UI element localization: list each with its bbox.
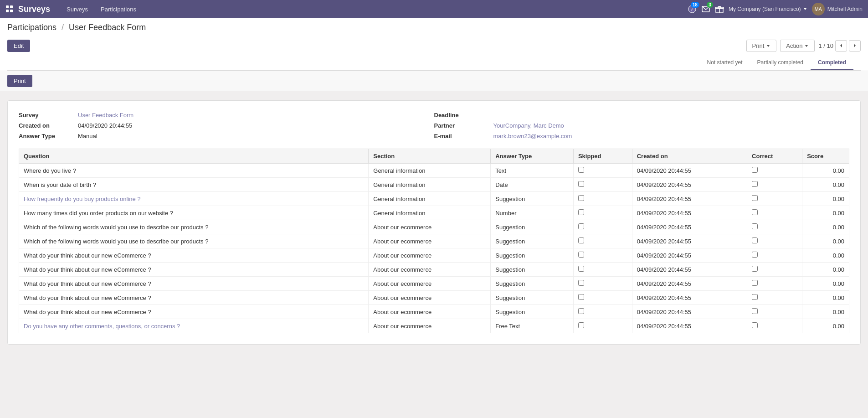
nav-surveys[interactable]: Surveys xyxy=(61,4,93,15)
partner-value[interactable]: YourCompany, Marc Demo xyxy=(493,122,564,129)
table-row[interactable]: Which of the following words would you u… xyxy=(19,220,849,234)
cell-question: Which of the following words would you u… xyxy=(19,220,369,234)
skipped-checkbox[interactable] xyxy=(578,322,584,328)
correct-checkbox[interactable] xyxy=(752,223,758,229)
correct-checkbox[interactable] xyxy=(752,280,758,286)
cell-created-on: 04/09/2020 20:44:55 xyxy=(632,220,747,234)
cell-correct[interactable] xyxy=(747,206,802,220)
cell-skipped[interactable] xyxy=(573,220,632,234)
table-row[interactable]: What do your think about our new eCommer… xyxy=(19,305,849,319)
cell-correct[interactable] xyxy=(747,178,802,192)
correct-checkbox[interactable] xyxy=(752,181,758,187)
correct-checkbox[interactable] xyxy=(752,209,758,215)
survey-value[interactable]: User Feedback Form xyxy=(78,112,134,119)
table-row[interactable]: How many times did you order products on… xyxy=(19,206,849,220)
table-row[interactable]: Which of the following words would you u… xyxy=(19,234,849,248)
company-selector[interactable]: My Company (San Francisco) xyxy=(729,6,807,12)
cell-skipped[interactable] xyxy=(573,248,632,263)
tab-partially-completed[interactable]: Partially completed xyxy=(750,56,811,70)
secondary-print-button[interactable]: Print xyxy=(7,75,32,87)
cell-score: 0.00 xyxy=(802,234,849,248)
cell-score: 0.00 xyxy=(802,305,849,319)
cell-skipped[interactable] xyxy=(573,234,632,248)
cell-skipped[interactable] xyxy=(573,192,632,206)
deadline-row: Deadline xyxy=(434,112,850,119)
skipped-checkbox[interactable] xyxy=(578,280,584,286)
messages-icon[interactable]: 3 xyxy=(701,5,710,14)
table-row[interactable]: What do your think about our new eCommer… xyxy=(19,291,849,305)
table-row[interactable]: What do your think about our new eCommer… xyxy=(19,277,849,291)
cell-correct[interactable] xyxy=(747,291,802,305)
cell-skipped[interactable] xyxy=(573,291,632,305)
correct-checkbox[interactable] xyxy=(752,294,758,300)
table-row[interactable]: Do you have any other comments, question… xyxy=(19,319,849,333)
cell-answer-type: Suggestion xyxy=(491,248,574,263)
cell-skipped[interactable] xyxy=(573,319,632,333)
next-page-button[interactable] xyxy=(849,40,861,52)
prev-page-button[interactable] xyxy=(835,40,847,52)
breadcrumb-parent[interactable]: Participations xyxy=(7,23,56,32)
tab-completed[interactable]: Completed xyxy=(811,56,853,70)
cell-skipped[interactable] xyxy=(573,206,632,220)
col-correct: Correct xyxy=(747,149,802,164)
correct-checkbox[interactable] xyxy=(752,266,758,272)
nav-participations[interactable]: Participations xyxy=(95,4,142,15)
skipped-checkbox[interactable] xyxy=(578,252,584,258)
cell-skipped[interactable] xyxy=(573,263,632,277)
cell-correct[interactable] xyxy=(747,305,802,319)
cell-correct[interactable] xyxy=(747,192,802,206)
cell-correct[interactable] xyxy=(747,234,802,248)
grid-menu-icon[interactable] xyxy=(5,5,14,13)
cell-skipped[interactable] xyxy=(573,305,632,319)
notifications-icon[interactable]: ✓ 18 xyxy=(688,5,697,14)
edit-button[interactable]: Edit xyxy=(7,40,30,52)
skipped-checkbox[interactable] xyxy=(578,237,584,243)
skipped-checkbox[interactable] xyxy=(578,167,584,173)
cell-correct[interactable] xyxy=(747,164,802,178)
print-button[interactable]: Print xyxy=(746,40,777,52)
tab-not-started[interactable]: Not started yet xyxy=(700,56,750,70)
cell-section: General information xyxy=(369,206,491,220)
question-link[interactable]: How frequently do you buy products onlin… xyxy=(24,196,141,202)
correct-checkbox[interactable] xyxy=(752,195,758,201)
correct-checkbox[interactable] xyxy=(752,167,758,173)
user-menu[interactable]: MA Mitchell Admin xyxy=(812,3,863,15)
skipped-checkbox[interactable] xyxy=(578,209,584,215)
correct-checkbox[interactable] xyxy=(752,322,758,328)
correct-checkbox[interactable] xyxy=(752,308,758,314)
messages-count: 3 xyxy=(707,2,713,8)
skipped-checkbox[interactable] xyxy=(578,181,584,187)
cell-skipped[interactable] xyxy=(573,277,632,291)
skipped-checkbox[interactable] xyxy=(578,308,584,314)
table-row[interactable]: Where do you live ?General informationTe… xyxy=(19,164,849,178)
cell-correct[interactable] xyxy=(747,263,802,277)
cell-created-on: 04/09/2020 20:44:55 xyxy=(632,164,747,178)
cell-answer-type: Free Text xyxy=(491,319,574,333)
answers-table: Question Section Answer Type Skipped Cre… xyxy=(19,149,849,333)
cell-correct[interactable] xyxy=(747,277,802,291)
svg-text:✓: ✓ xyxy=(690,7,694,12)
skipped-checkbox[interactable] xyxy=(578,266,584,272)
email-value[interactable]: mark.brown23@example.com xyxy=(493,133,572,139)
table-row[interactable]: How frequently do you buy products onlin… xyxy=(19,192,849,206)
cell-skipped[interactable] xyxy=(573,164,632,178)
skipped-checkbox[interactable] xyxy=(578,294,584,300)
cell-question: Do you have any other comments, question… xyxy=(19,319,369,333)
correct-checkbox[interactable] xyxy=(752,237,758,243)
cell-correct[interactable] xyxy=(747,220,802,234)
correct-checkbox[interactable] xyxy=(752,252,758,258)
skipped-checkbox[interactable] xyxy=(578,223,584,229)
cell-correct[interactable] xyxy=(747,248,802,263)
chevron-right-icon xyxy=(853,43,857,48)
gift-icon[interactable] xyxy=(715,5,724,14)
breadcrumb-current: User Feedback Form xyxy=(69,23,146,32)
skipped-checkbox[interactable] xyxy=(578,195,584,201)
cell-question: When is your date of birth ? xyxy=(19,178,369,192)
cell-skipped[interactable] xyxy=(573,178,632,192)
table-row[interactable]: What do your think about our new eCommer… xyxy=(19,263,849,277)
cell-correct[interactable] xyxy=(747,319,802,333)
table-row[interactable]: When is your date of birth ?General info… xyxy=(19,178,849,192)
action-button[interactable]: Action xyxy=(780,40,815,52)
table-row[interactable]: What do your think about our new eCommer… xyxy=(19,248,849,263)
question-link[interactable]: Do you have any other comments, question… xyxy=(24,323,180,330)
